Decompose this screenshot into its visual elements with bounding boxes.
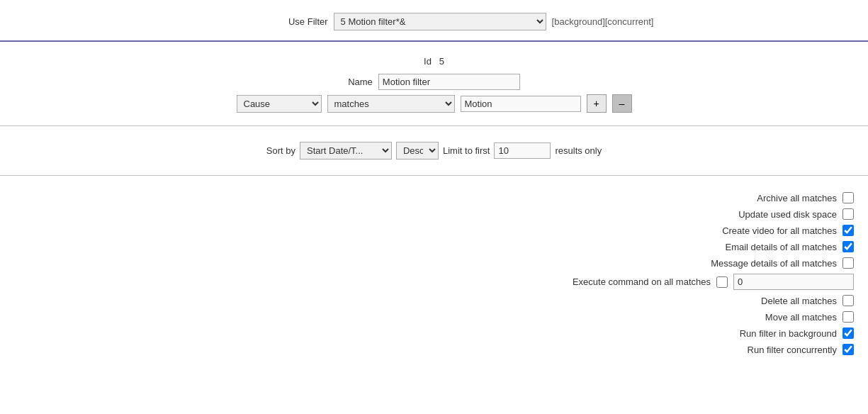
run-concurrent-checkbox[interactable] [842,344,854,355]
limit-label: Limit to first [443,145,490,156]
sort-by-label: Sort by [266,145,295,156]
id-label: Id [424,56,432,67]
name-label: Name [348,77,373,87]
order-select[interactable]: Desc Asc [396,142,439,160]
update-disk-label: Update used disk space [738,209,837,220]
remove-condition-button[interactable]: – [612,94,632,113]
email-details-row: Email details of all matches [14,241,854,252]
delete-all-checkbox[interactable] [842,295,854,306]
run-background-label: Run filter in background [740,328,837,339]
run-concurrent-label: Run filter concurrently [748,345,837,355]
archive-all-row: Archive all matches [14,192,854,203]
execute-command-input[interactable] [733,274,854,290]
execute-command-label: Execute command on all matches [573,276,711,287]
create-video-label: Create video for all matches [722,225,837,236]
email-details-label: Email details of all matches [725,242,837,252]
use-filter-select[interactable]: 5 Motion filter*& [334,13,546,30]
update-disk-row: Update used disk space [14,208,854,220]
run-background-row: Run filter in background [14,328,854,339]
options-section: Archive all matchesUpdate used disk spac… [0,176,868,371]
create-video-checkbox[interactable] [842,225,854,236]
add-condition-button[interactable]: + [587,94,607,113]
archive-all-checkbox[interactable] [842,192,854,203]
matches-select[interactable]: matches [327,95,455,113]
run-concurrent-row: Run filter concurrently [14,344,854,355]
filter-tag: [background][concurrent] [552,16,654,27]
email-details-checkbox[interactable] [842,241,854,252]
message-details-checkbox[interactable] [842,257,854,269]
create-video-row: Create video for all matches [14,225,854,236]
delete-all-label: Delete all matches [761,296,837,306]
execute-command-row: Execute command on all matches [14,274,854,290]
results-label: results only [555,145,602,156]
move-all-label: Move all matches [765,312,837,323]
message-details-row: Message details of all matches [14,257,854,269]
use-filter-label: Use Filter [215,16,328,27]
motion-input[interactable] [461,96,581,112]
delete-all-row: Delete all matches [14,295,854,306]
name-input[interactable] [378,74,520,90]
limit-input[interactable] [494,142,551,159]
id-value: 5 [439,56,444,67]
move-all-checkbox[interactable] [842,311,854,323]
execute-command-checkbox[interactable] [716,276,728,288]
sort-by-select[interactable]: Start Date/T... [300,142,392,160]
run-background-checkbox[interactable] [842,328,854,339]
update-disk-checkbox[interactable] [842,208,854,220]
cause-select[interactable]: Cause [237,95,322,113]
message-details-label: Message details of all matches [711,258,837,269]
archive-all-label: Archive all matches [757,193,837,203]
move-all-row: Move all matches [14,311,854,323]
